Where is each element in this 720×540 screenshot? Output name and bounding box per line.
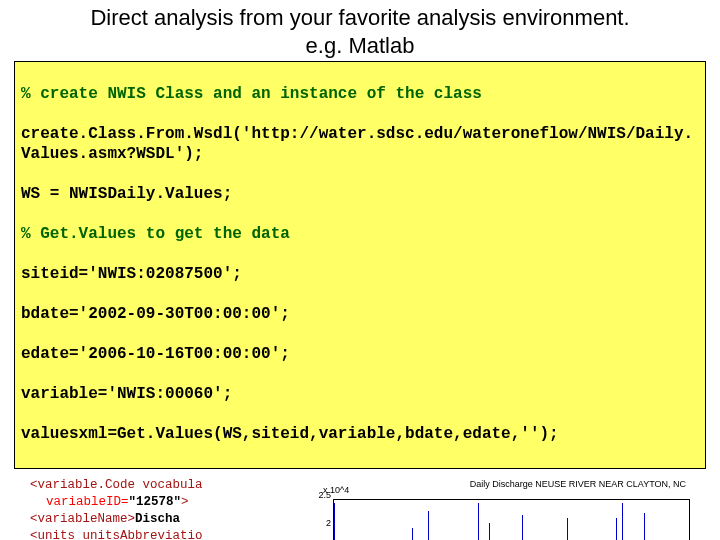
code-line-4: % Get.Values to get the data bbox=[21, 224, 699, 244]
xml-val: "12578" bbox=[129, 495, 182, 509]
chart-plot-area: 0 0.5 1 1.5 2 2.5 1920 1930 1940 1950 19… bbox=[333, 499, 690, 540]
chart-series bbox=[334, 500, 689, 540]
xml-text: Discha bbox=[135, 512, 180, 526]
title-line-2: e.g. Matlab bbox=[16, 32, 704, 60]
matlab-code-block: % create NWIS Class and an instance of t… bbox=[14, 61, 706, 469]
xml-tag: <variableName> bbox=[30, 512, 135, 526]
code-line-2: create.Class.From.Wsdl('http://water.sds… bbox=[21, 124, 699, 164]
title-line-1: Direct analysis from your favorite analy… bbox=[16, 4, 704, 32]
xml-tag: <variable.Code vocabula bbox=[30, 478, 203, 492]
code-line-6: bdate='2002-09-30T00:00:00'; bbox=[21, 304, 699, 324]
discharge-chart: Daily Discharge NEUSE RIVER NEAR CLAYTON… bbox=[285, 479, 706, 540]
code-line-3: WS = NWISDaily.Values; bbox=[21, 184, 699, 204]
ytick: 2.5 bbox=[318, 490, 334, 500]
xml-tag: <units unitsAbbreviatio bbox=[30, 529, 203, 540]
code-line-1: % create NWIS Class and an instance of t… bbox=[21, 84, 699, 104]
code-line-7: edate='2006-10-16T00:00:00'; bbox=[21, 344, 699, 364]
code-line-9: valuesxml=Get.Values(WS,siteid,variable,… bbox=[21, 424, 699, 444]
xml-snippet: <variable.Code vocabula variableID="1257… bbox=[14, 475, 277, 540]
ytick: 2 bbox=[326, 518, 334, 528]
code-line-8: variable='NWIS:00060'; bbox=[21, 384, 699, 404]
chart-title: Daily Discharge NEUSE RIVER NEAR CLAYTON… bbox=[470, 479, 686, 489]
slide-title: Direct analysis from your favorite analy… bbox=[0, 0, 720, 59]
code-line-5: siteid='NWIS:02087500'; bbox=[21, 264, 699, 284]
xml-attr: variableID= bbox=[46, 495, 129, 509]
